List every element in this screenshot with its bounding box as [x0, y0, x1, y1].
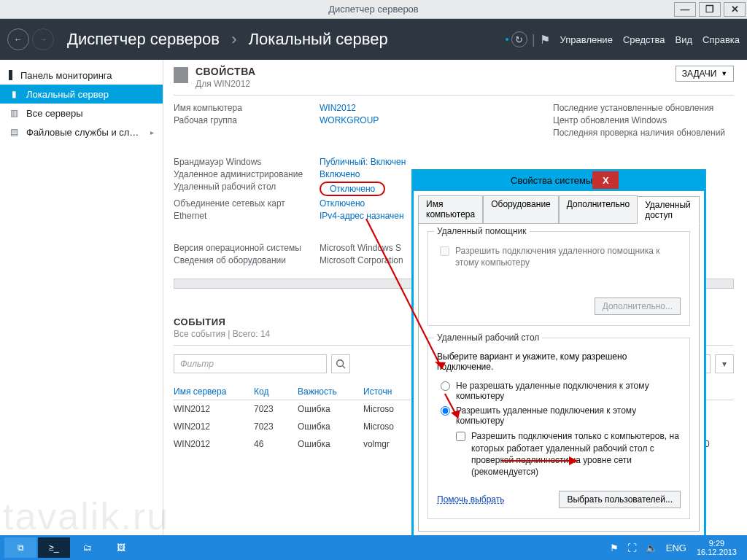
sidebar-item-label: Локальный сервер: [26, 89, 109, 100]
back-button[interactable]: ←: [7, 28, 29, 50]
computer-name-link[interactable]: WIN2012: [320, 103, 553, 113]
flag-icon[interactable]: ⚑: [540, 33, 550, 47]
window-title: Диспетчер серверов: [0, 4, 747, 15]
rdp-allow-radio[interactable]: [441, 406, 450, 416]
properties-sub: Для WIN2012: [196, 79, 256, 89]
workgroup-link[interactable]: WORKGROUP: [320, 115, 553, 125]
menu-manage[interactable]: Управление: [560, 34, 613, 45]
rdp-allow-label: Разрешить удаленные подключения к этому …: [456, 405, 681, 426]
tab-advanced[interactable]: Дополнительно: [559, 195, 638, 223]
prop-label: Имя компьютера: [174, 103, 320, 113]
col-code[interactable]: Код: [254, 384, 298, 400]
col-server[interactable]: Имя сервера: [174, 384, 254, 400]
select-users-button[interactable]: Выбрать пользователей...: [559, 491, 681, 508]
col-severity[interactable]: Важность: [298, 384, 363, 400]
taskbar-server-manager[interactable]: ⧉: [4, 537, 36, 558]
rdp-nla-checkbox[interactable]: [456, 432, 465, 441]
dialog-close-button[interactable]: X: [592, 171, 619, 189]
sidebar-item-all-servers[interactable]: ▥Все серверы: [0, 104, 163, 122]
dialog-tabs: Имя компьютера Оборудование Дополнительн…: [414, 191, 704, 223]
prop-label: Версия операционной системы: [174, 243, 320, 253]
sidebar-item-label: Панель мониторинга: [20, 70, 112, 81]
prop-label: Последние установленные обновления: [553, 103, 734, 113]
tab-computer-name[interactable]: Имя компьютера: [418, 195, 483, 223]
sidebar-item-local-server[interactable]: ▮Локальный сервер: [0, 85, 163, 104]
rdp-deny-label: Не разрешать удаленные подключения к это…: [456, 381, 681, 401]
remote-assist-legend: Удаленный помощник: [434, 226, 530, 236]
svg-point-0: [337, 360, 344, 367]
menu-help[interactable]: Справка: [703, 34, 740, 45]
servers-icon: ▥: [9, 108, 19, 118]
search-icon[interactable]: [331, 354, 350, 373]
rdp-link[interactable]: Отключено: [320, 182, 385, 196]
help-choose-link[interactable]: Помочь выбрать: [437, 494, 505, 505]
dialog-title: Свойства системы: [511, 175, 592, 186]
sidebar-item-dashboard[interactable]: Панель мониторинга: [0, 66, 163, 85]
refresh-icon[interactable]: ↻: [511, 31, 527, 47]
sidebar-item-label: Файловые службы и сл…: [26, 127, 139, 138]
toolbar: ← → Диспетчер серверов › Локальный серве…: [0, 19, 747, 60]
prop-label: Рабочая группа: [174, 115, 320, 125]
rdp-hint: Выберите вариант и укажите, кому разреше…: [437, 351, 681, 372]
sidebar-item-file-services[interactable]: ▤Файловые службы и сл…▸: [0, 122, 163, 141]
breadcrumb: Диспетчер серверов › Локальный сервер: [67, 30, 388, 49]
prop-label: Удаленный рабочий стол: [174, 182, 320, 196]
menu-view[interactable]: Вид: [675, 34, 692, 45]
tab-remote[interactable]: Удаленный доступ: [638, 196, 700, 224]
tasks-dropdown[interactable]: ЗАДАЧИ▼: [676, 66, 734, 82]
taskbar-app[interactable]: 🖼: [105, 537, 137, 558]
tray-flag-icon[interactable]: ⚑: [610, 542, 619, 553]
system-properties-dialog: Свойства системы X Имя компьютера Оборуд…: [411, 169, 706, 560]
sidebar-item-label: Все серверы: [26, 108, 83, 119]
tray-sound-icon[interactable]: 🔈: [646, 542, 657, 553]
tray-network-icon[interactable]: ⛶: [627, 542, 637, 553]
window-titlebar: Диспетчер серверов — ❐ ✕: [0, 0, 747, 19]
prop-label: Сведения об оборудовании: [174, 255, 320, 265]
files-icon: ▤: [9, 127, 19, 137]
taskbar-powershell[interactable]: ≥_: [38, 537, 70, 558]
server-tile-icon: [174, 67, 188, 83]
tab-hardware[interactable]: Оборудование: [483, 195, 559, 223]
forward-button[interactable]: →: [32, 28, 54, 50]
server-icon: ▮: [9, 89, 19, 99]
rdp-deny-radio[interactable]: [441, 381, 450, 391]
taskbar-explorer[interactable]: 🗂: [71, 537, 104, 558]
crumb-root[interactable]: Диспетчер серверов: [67, 30, 220, 48]
prop-label: Объединение сетевых карт: [174, 198, 320, 209]
tray-clock[interactable]: 9:29 16.12.2013: [697, 539, 737, 556]
svg-line-1: [343, 366, 346, 369]
prop-label: Последняя проверка наличия обновлений: [553, 128, 734, 138]
events-filter-input[interactable]: Фильтр: [174, 354, 327, 373]
prop-label: Ethernet: [174, 211, 320, 221]
tray-lang[interactable]: ENG: [666, 542, 686, 553]
crumb-current[interactable]: Локальный сервер: [249, 30, 388, 48]
remote-assist-label: Разрешить подключения удаленного помощни…: [455, 245, 681, 268]
advanced-button: Дополнительно...: [595, 298, 681, 315]
rdp-nla-label: Разрешить подключения только с компьютер…: [471, 430, 681, 478]
menu-tools[interactable]: Средства: [623, 34, 665, 45]
sidebar: Панель мониторинга ▮Локальный сервер ▥Вс…: [0, 60, 163, 535]
firewall-link[interactable]: Публичный: Включен: [320, 157, 553, 167]
taskbar: ⧉ ≥_ 🗂 🖼 ⚑ ⛶ 🔈 ENG 9:29 16.12.2013: [0, 535, 747, 560]
remote-assist-checkbox: [440, 246, 449, 256]
prop-label: Удаленное администрирование: [174, 169, 320, 179]
rdp-legend: Удаленный рабочий стол: [434, 332, 542, 343]
query-icon[interactable]: ▾: [715, 354, 734, 373]
properties-heading: СВОЙСТВА: [196, 66, 256, 77]
prop-label: Центр обновления Windows: [553, 115, 734, 125]
prop-label: Брандмауэр Windows: [174, 157, 320, 167]
